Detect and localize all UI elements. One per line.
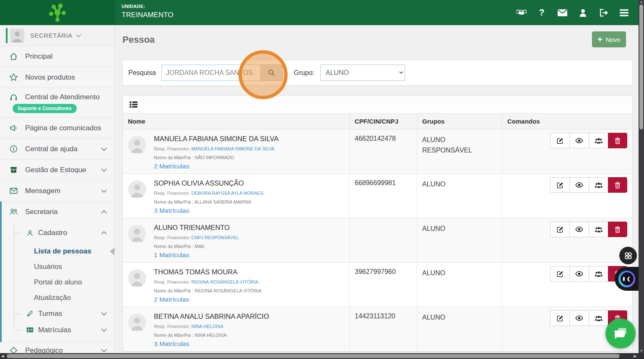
sidebar-item-gestao-estoque[interactable]: Gestão de Estoque xyxy=(0,160,114,181)
sidebar-item-atualizacao[interactable]: Atualização xyxy=(2,290,114,305)
app-logo-area[interactable] xyxy=(0,0,115,25)
info-icon xyxy=(9,145,18,154)
view-button[interactable] xyxy=(569,177,589,193)
sidebar-item-pedagogico[interactable]: Pedagógico xyxy=(0,342,114,353)
parent-name-label: Nome da Mãe/Pai : xyxy=(154,199,193,204)
profile-accent-bar xyxy=(6,28,8,43)
matriculas-link[interactable]: 2 Matrículas xyxy=(154,163,189,170)
edit-button[interactable] xyxy=(550,310,569,326)
envelope-icon xyxy=(9,186,18,196)
delete-button[interactable] xyxy=(608,133,627,148)
search-input[interactable] xyxy=(161,65,261,81)
sidebar-item-pagina-comunicados[interactable]: Página de comunicados xyxy=(0,118,114,139)
scroll-up-arrow[interactable]: ▲ xyxy=(639,0,644,4)
groups-button[interactable] xyxy=(589,133,608,148)
list-view-icon[interactable] xyxy=(127,99,139,110)
groups-button[interactable] xyxy=(589,222,608,237)
headset-icon xyxy=(9,93,18,102)
parent-name-label: Nome da Mãe/Pai : xyxy=(154,288,193,293)
help-icon[interactable]: ? xyxy=(536,7,547,18)
parent-name-value: ALLANA SANDRA MARINA xyxy=(195,199,252,204)
star-icon xyxy=(9,73,18,82)
parent-name-value: REGINA ROSÂNGELA VITÓRIA xyxy=(195,288,262,293)
matriculas-link[interactable]: 2 Matrículas xyxy=(154,296,189,303)
parent-name-label: Nome da Mãe/Pai : xyxy=(154,244,193,249)
matriculas-link[interactable]: 1 Matrículas xyxy=(154,251,189,259)
sidebar-item-usuarios[interactable]: Usuários xyxy=(2,259,114,274)
sidebar-item-portal-do-aluno[interactable]: Portal do aluno xyxy=(2,274,114,290)
edit-button[interactable] xyxy=(550,222,569,237)
person-name[interactable]: THOMAS TOMÁS MOURA xyxy=(154,268,262,276)
sidebar-item-novos-produtos[interactable]: Novos produtos xyxy=(0,67,114,88)
delete-button[interactable] xyxy=(608,177,627,193)
scroll-down-arrow[interactable]: ▼ xyxy=(639,349,644,353)
parent-name-value: MAE xyxy=(195,244,205,249)
view-button[interactable] xyxy=(569,133,589,148)
column-header-nome: Nome xyxy=(123,114,350,129)
new-person-button[interactable]: Novo xyxy=(592,31,626,47)
cell-grupos: ALUNO xyxy=(417,263,502,307)
sidebar-item-turmas[interactable]: Turmas xyxy=(2,305,114,322)
sidebar-item-mensagem[interactable]: Mensagem xyxy=(0,181,114,201)
profile-avatar xyxy=(10,28,24,43)
vertical-scrollbar-thumb[interactable] xyxy=(639,5,643,129)
logout-icon[interactable] xyxy=(598,7,609,18)
sidebar-item-secretaria[interactable]: Secretaria xyxy=(2,201,114,222)
groups-button[interactable] xyxy=(589,310,608,326)
column-header-comandos: Comandos xyxy=(502,114,632,129)
edit-button[interactable] xyxy=(550,177,569,193)
sidebar-item-label: Central de Atendimento xyxy=(25,93,100,101)
sidebar: SECRETÁRIA Principal Novos produtos Cent… xyxy=(0,25,115,353)
groups-button[interactable] xyxy=(589,266,608,282)
matriculas-link[interactable]: 3 Matrículas xyxy=(154,207,189,214)
resp-financeiro-link[interactable]: REGINA ROSÂNGELA VITÓRIA xyxy=(191,279,258,284)
mail-icon[interactable] xyxy=(557,7,568,18)
matriculas-link[interactable]: 3 Matrículas xyxy=(154,340,189,348)
edit-button[interactable] xyxy=(550,266,569,282)
sidebar-item-lista-de-pessoas[interactable]: Lista de pessoas xyxy=(2,243,114,259)
cell-nome: SOPHIA OLIVIA ASSUNÇÃO Resp. Financeiro:… xyxy=(123,174,350,218)
sidebar-item-label: Mensagem xyxy=(25,187,60,195)
vertical-scrollbar[interactable]: ▲ ▼ xyxy=(639,0,644,353)
sidebar-item-label: Principal xyxy=(25,52,52,61)
cell-nome: THOMAS TOMÁS MOURA Resp. Financeiro: REG… xyxy=(123,263,350,307)
scroll-right-arrow[interactable]: ▶ xyxy=(633,353,638,359)
menu-icon[interactable] xyxy=(618,7,629,18)
groups-button[interactable] xyxy=(589,177,608,193)
chevron-down-icon xyxy=(101,147,107,151)
widgets-launcher-button[interactable] xyxy=(619,247,637,264)
horizontal-scrollbar[interactable]: ◀ ▶ xyxy=(0,353,639,359)
sidebar-item-central-atendimento[interactable]: Central de Atendimento Suporte e Consult… xyxy=(0,88,114,118)
chevron-up-icon xyxy=(101,210,107,214)
person-name[interactable]: MANUELA FABIANA SIMONE DA SILVA xyxy=(154,135,278,143)
home-icon xyxy=(9,52,18,61)
resp-financeiro-link[interactable]: NINA HELOISA xyxy=(191,324,223,329)
profile-menu[interactable]: SECRETÁRIA xyxy=(0,25,114,46)
sidebar-item-label: Cadastro xyxy=(38,229,67,237)
handshake-icon[interactable] xyxy=(516,7,527,18)
sidebar-item-matriculas[interactable]: Matrículas xyxy=(2,322,114,338)
resp-financeiro-link[interactable]: CNPJ RESPONSÁVEL xyxy=(191,235,239,240)
resp-financeiro-link[interactable]: DÉBORA RAYSSA AYLA MORAES xyxy=(191,191,263,196)
chat-button[interactable] xyxy=(605,318,636,349)
person-name[interactable]: ALUNO TRIENAMENTO xyxy=(154,224,239,232)
delete-button[interactable] xyxy=(608,222,627,237)
view-button[interactable] xyxy=(569,266,589,282)
resp-financeiro-link[interactable]: MANUELA FABIANA SIMONE DA SILVA xyxy=(191,146,274,151)
horizontal-scrollbar-thumb[interactable] xyxy=(7,354,620,358)
group-select[interactable]: ALUNO xyxy=(320,65,405,81)
scroll-left-arrow[interactable]: ◀ xyxy=(0,353,5,359)
user-icon[interactable] xyxy=(577,7,588,18)
person-name[interactable]: BETINA ANALU SABRINA APARÍCIO xyxy=(154,313,269,320)
sidebar-item-central-ajuda[interactable]: Central de ajuda xyxy=(0,139,114,160)
person-name[interactable]: SOPHIA OLIVIA ASSUNÇÃO xyxy=(154,179,263,187)
avatar xyxy=(128,225,146,243)
edit-button[interactable] xyxy=(550,133,569,148)
search-button[interactable] xyxy=(261,65,283,81)
view-button[interactable] xyxy=(569,222,589,237)
sidebar-item-cadastro[interactable]: Cadastro xyxy=(2,222,114,243)
sidebar-item-principal[interactable]: Principal xyxy=(0,46,114,67)
megaphone-icon xyxy=(9,124,18,133)
sidebar-item-label: Atualização xyxy=(34,294,71,302)
view-button[interactable] xyxy=(569,310,589,326)
